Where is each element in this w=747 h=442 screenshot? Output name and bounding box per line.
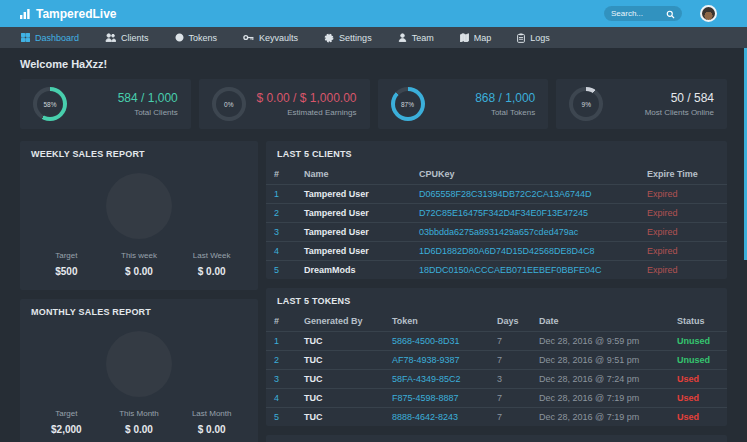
report-stat-this-month: This Month $ 0.00 [103,409,176,435]
table-header-cell: CPUKey [411,165,639,185]
table-cell[interactable]: 5868-4500-8D31 [384,332,489,351]
tokens-table: # Generated By Token Days Date Status 1T… [266,312,727,426]
table-cell: 3 [266,223,296,242]
search-icon[interactable] [666,5,675,23]
table-cell: Dec 28, 2016 @ 9:59 pm [531,332,669,351]
brand-chart-icon [20,9,30,19]
card-label: Total Tokens [425,108,536,117]
table-row: 1TUC5868-4500-8D317Dec 28, 2016 @ 9:59 p… [266,332,727,351]
report-stat-target: Target $500 [30,251,103,277]
panel-title: WEEKLY SALES REPORT [20,141,258,165]
table-header-cell: Date [531,312,669,332]
table-header-cell: # [266,165,296,185]
monthly-sales-donut-chart [106,331,172,397]
card-label: Estimated Earnings [246,108,357,117]
nav-item-tokens[interactable]: Tokens [162,27,231,48]
search-box [604,6,682,21]
table-cell: Dec 28, 2016 @ 7:24 pm [531,370,669,389]
table-cell: TUC [296,370,384,389]
longest-lasting-kvs-panel: LONGEST LASTING KVS # Name CPUKey KV Ser… [266,435,727,442]
table-cell: TUC [296,332,384,351]
table-cell: Expired [639,242,727,261]
table-header-cell: Generated By [296,312,384,332]
table-cell: Tampered User [296,204,411,223]
team-icon [398,33,407,42]
table-cell: 1 [266,332,296,351]
table-cell: Dec 28, 2016 @ 7:19 pm [531,408,669,427]
nav-item-team[interactable]: Team [385,27,447,48]
table-cell: 7 [489,389,531,408]
table-cell: 7 [489,332,531,351]
table-cell: Used [669,389,727,408]
nav-item-keyvaults[interactable]: Keyvaults [230,27,311,48]
table-row: 2Tampered UserD72C85E16475F342D4F34E0F13… [266,204,727,223]
panel-title: LONGEST LASTING KVS [266,435,727,442]
stat-card-total-tokens: 87% 868 / 1,000 Total Tokens [378,79,549,129]
nav-item-logs[interactable]: Logs [504,27,563,48]
stat-cards-row: 58% 584 / 1,000 Total Clients 0% $ 0.00 … [20,79,727,129]
panel-title: LAST 5 TOKENS [266,288,727,312]
table-cell: Expired [639,204,727,223]
table-row: 5TUC8888-4642-82437Dec 28, 2016 @ 7:19 p… [266,408,727,427]
user-avatar[interactable] [700,5,717,22]
table-cell: Expired [639,185,727,204]
nav-item-settings[interactable]: Settings [311,27,385,48]
table-cell: 5 [266,408,296,427]
table-cell: Used [669,408,727,427]
table-cell: Expired [639,223,727,242]
table-cell[interactable]: 1D6D1882D80A6D74D15D42568DE8D4C8 [411,242,639,261]
table-cell: Dec 28, 2016 @ 9:51 pm [531,351,669,370]
report-stat-this-week: This week $ 0.00 [103,251,176,277]
card-label: Most Clients Online [603,108,714,117]
monthly-sales-panel: MONTHLY SALES REPORT Target $2,000 This … [20,299,258,442]
report-stat-target: Target $2,000 [30,409,103,435]
keyvaults-icon [243,33,254,42]
stat-card-most-clients-online: 9% 50 / 584 Most Clients Online [556,79,727,129]
table-row: 3Tampered User03bbdda6275a8931429a657cde… [266,223,727,242]
nav-item-clients[interactable]: Clients [92,27,162,48]
table-cell: 3 [489,370,531,389]
clients-icon [105,33,116,42]
progress-ring: 87% [391,87,425,121]
card-value: 868 / 1,000 [425,91,536,105]
table-cell[interactable]: 18DDC0150ACCCAEB071EEBEF0BBFE04C [411,261,639,280]
nav-item-map[interactable]: Map [447,27,505,48]
table-cell: Dec 28, 2016 @ 7:19 pm [531,389,669,408]
search-input[interactable] [611,9,666,18]
table-cell: Tampered User [296,242,411,261]
table-cell: TUC [296,351,384,370]
brand: TamperedLive [20,7,116,21]
report-stat-last-week: Last Week $ 0.00 [175,251,248,277]
table-header-cell: Days [489,312,531,332]
table-cell: 2 [266,351,296,370]
table-cell[interactable]: 03bbdda6275a8931429a657cded479ac [411,223,639,242]
table-cell[interactable]: 8888-4642-8243 [384,408,489,427]
table-cell: 4 [266,242,296,261]
weekly-sales-donut-chart [106,173,172,239]
table-header-cell: Status [669,312,727,332]
settings-icon [324,33,334,43]
table-row: 5DreamMods18DDC0150ACCCAEB071EEBEF0BBFE0… [266,261,727,280]
table-cell: 3 [266,370,296,389]
stat-card-total-clients: 58% 584 / 1,000 Total Clients [20,79,191,129]
table-cell: Tampered User [296,185,411,204]
table-header-cell: Name [296,165,411,185]
card-value: 584 / 1,000 [67,91,178,105]
panel-title: LAST 5 CLIENTS [266,141,727,165]
table-cell[interactable]: D72C85E16475F342D4F34E0F13E47245 [411,204,639,223]
last-5-clients-panel: LAST 5 CLIENTS # Name CPUKey Expire Time… [266,141,727,279]
table-cell[interactable]: 58FA-4349-85C2 [384,370,489,389]
table-cell: Expired [639,261,727,280]
card-value: 50 / 584 [603,91,714,105]
logs-icon [517,33,525,43]
card-label: Total Clients [67,108,178,117]
welcome-message: Welcome HaXzz! [20,58,727,70]
nav-item-dashboard[interactable]: Dashboard [8,27,92,48]
table-cell[interactable]: AF78-4938-9387 [384,351,489,370]
progress-ring: 58% [33,87,67,121]
table-cell[interactable]: D065558F28C31394DB72C2CA13A6744D [411,185,639,204]
map-icon [460,33,469,42]
clients-table: # Name CPUKey Expire Time 1Tampered User… [266,165,727,279]
table-cell[interactable]: F875-4598-8887 [384,389,489,408]
table-cell: Tampered User [296,223,411,242]
